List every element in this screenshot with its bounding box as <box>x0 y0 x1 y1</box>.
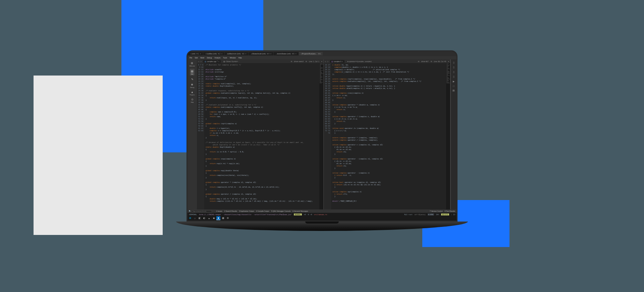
laptop-screen: ~ (zsh) ⌘1 ×~/.dotfiles (zsh) ⌘2 ×.dotfi… <box>186 50 458 222</box>
terminal-tab[interactable]: .dotfiles/nvim (zsh) ⌘3 × <box>225 52 248 55</box>
sidebar-item-tool[interactable]: ✎ <box>191 78 194 81</box>
tab-label: complex.cpp <box>207 60 216 62</box>
close-icon[interactable]: × <box>218 60 219 62</box>
left-code-area[interactable]: 6 7 8 9 10 11 12 13 14 15 16 17 18 19 20… <box>197 63 323 209</box>
menu-debug[interactable]: Debug <box>207 57 212 59</box>
close-icon[interactable]: × <box>200 53 201 55</box>
right-sidebar-item-3[interactable]: ▯ <box>453 76 454 78</box>
right-sidebar-item-1[interactable]: ▯ <box>453 66 454 69</box>
status-size: 4.05K <box>428 213 434 215</box>
cpp-file-icon: ▤ <box>205 60 206 62</box>
sidebar-icon: ❖ <box>191 83 194 86</box>
cursor-pos: Line: 66, Col: 40 <box>434 60 446 62</box>
status-term: term://.//36241:ranger --choosefiles=/tm… <box>199 213 292 215</box>
close-icon[interactable]: × <box>270 53 271 55</box>
right-code-area[interactable]: 16 17 18 19 20 21 22 23 24 25 26 27 28 2… <box>324 63 450 209</box>
taskbar-button-4[interactable]: ● <box>207 216 211 220</box>
file-tab-complex-cpp[interactable]: ▤ complex.cpp * × <box>203 60 221 63</box>
sidebar-icon: ⊙ <box>191 98 194 101</box>
left-editor-pane: ◁ ▷ ▤ complex.cpp * × ▦ <Select Symbol> … <box>197 59 324 209</box>
sidebar-item-debug[interactable]: ❖Debug <box>190 83 194 88</box>
symbol-dropdown[interactable]: ⊕ operator==(complex, complex) <box>347 60 372 62</box>
right-minimap[interactable] <box>446 63 450 209</box>
menu-edit[interactable]: Edit <box>195 57 198 59</box>
left-minimap[interactable] <box>319 63 323 209</box>
output-tab[interactable]: 3 Application Output <box>239 210 254 212</box>
decorative-white-square <box>34 76 163 235</box>
close-icon[interactable]: × <box>245 53 246 55</box>
sidebar-icon: ✎ <box>191 78 194 81</box>
taskbar-button-8[interactable]: ⚙ <box>226 216 230 220</box>
sidebar-item-projects[interactable]: ▲Projects <box>190 90 195 96</box>
status-file: src/canvas.rs <box>314 213 402 215</box>
left-editor-tabs: ◁ ▷ ▤ complex.cpp * × ▦ <Select Symbol> … <box>197 59 323 63</box>
taskbar-button-7[interactable]: ▦ <box>221 216 225 220</box>
menu-file[interactable]: File <box>190 57 192 59</box>
taskbar-button-1[interactable]: ○ <box>193 216 197 220</box>
back-icon[interactable]: ◁ <box>325 60 326 62</box>
output-tab[interactable]: 6 General Messages <box>292 210 308 212</box>
close-icon[interactable]: × <box>296 53 297 55</box>
taskbar-button-0[interactable]: ⊞ <box>188 216 192 220</box>
output-tab[interactable]: 8 Test Results <box>445 210 455 212</box>
taskbar-button-3[interactable]: ◐ <box>202 216 206 220</box>
menu-icon[interactable]: ▾ <box>448 60 449 62</box>
file-tab-complex-h[interactable]: ▤ complex.h × <box>330 60 344 63</box>
menu-tools[interactable]: Tools <box>223 57 227 59</box>
right-sidebar-item-2[interactable]: ▯ <box>453 71 454 74</box>
output-tab[interactable]: 1 Issues <box>216 210 222 212</box>
laptop-notch <box>305 222 339 224</box>
split-icon[interactable]: ⊟ <box>418 60 419 62</box>
menu-icon[interactable]: ▾ <box>321 60 322 62</box>
terminal-tab[interactable]: ~ (zsh) ⌘1 × <box>188 52 203 55</box>
status-line: 42/171 <box>441 213 449 215</box>
terminal-tab[interactable]: ~/Projects/Rust/pisc... ⌘6 <box>299 52 323 55</box>
status-left: <ERMINAL <box>189 213 197 215</box>
terminal-tab[interactable]: ...lectricSkates (zsh) ⌘5 × <box>274 52 299 55</box>
back-icon[interactable]: ◁ <box>198 60 199 62</box>
left-code[interactable]: /* Routines for complex arimetic */ #inc… <box>204 63 319 209</box>
symbol-dropdown[interactable]: ▦ <Select Symbol> <box>223 60 238 62</box>
sidebar-item-help[interactable]: ⊙Help <box>191 98 194 103</box>
taskbar-button-6[interactable]: ■ <box>216 216 220 220</box>
locator-input[interactable] <box>192 210 212 212</box>
menu-analyze[interactable]: Analyze <box>215 57 221 59</box>
status-col: : 13 <box>451 213 455 215</box>
right-code[interactable]: { double re, im; complex(double r, doubl… <box>331 63 446 209</box>
output-tab[interactable]: 7 Version Control <box>430 210 442 212</box>
sidebar-item-edit[interactable]: ▤Edit <box>190 69 195 76</box>
right-sidebar-item-6[interactable]: ▤ <box>452 89 455 92</box>
taskbar-button-2[interactable]: ◧ <box>198 216 202 220</box>
right-sidebar-item-0[interactable]: ▯ <box>453 61 454 64</box>
close-icon[interactable]: × <box>342 60 343 62</box>
terminal-tab[interactable]: ~/.dotfiles (zsh) ⌘2 × <box>203 52 224 55</box>
split-icon[interactable]: ⊟ <box>306 60 307 62</box>
terminal-tab[interactable]: ..cSkates/build (zsh) ⌘4 × <box>249 52 273 55</box>
menu-help[interactable]: Help <box>238 57 242 59</box>
forward-icon[interactable]: ▷ <box>327 60 329 62</box>
output-tab[interactable]: 2 Search Results <box>224 210 237 212</box>
taskbar-button-5[interactable]: ◆ <box>212 216 216 220</box>
target-label: driver-lib7 <box>421 60 429 62</box>
terminal-tabs: ~ (zsh) ⌘1 ×~/.dotfiles (zsh) ⌘2 ×.dotfi… <box>187 51 457 56</box>
right-sidebar: ▯▯▯▯▶□▤ <box>450 59 457 209</box>
menu-build[interactable]: Build <box>201 57 204 59</box>
close-icon[interactable]: × <box>221 53 222 55</box>
forward-icon[interactable]: ▷ <box>201 60 202 62</box>
split-icon[interactable]: ⊟ <box>431 60 432 62</box>
right-editor-tabs: ◁ ▷ ▤ complex.h × ⊕ operator==(complex, … <box>324 59 450 63</box>
laptop-base <box>176 222 468 231</box>
right-sidebar-item-5[interactable]: □ <box>453 85 454 87</box>
status-lang: RLS rust <box>405 213 413 215</box>
split-icon[interactable]: ⊟ <box>291 60 292 62</box>
output-tab[interactable]: 5 QML Debugger Console <box>271 210 290 212</box>
output-tab[interactable]: 4 Compile Output <box>256 210 269 212</box>
editor-info: ⊟ driver-lib7 ⊟ Line: 66, Col: 40 ▾ <box>418 60 449 62</box>
menu-window[interactable]: Window <box>230 57 236 59</box>
sidebar-item-welcome[interactable]: ⊞Welcome <box>190 61 195 67</box>
tab-label: complex.h <box>334 60 341 62</box>
bottom-panel: 🔍 1 Issues2 Search Results3 Application … <box>187 209 457 213</box>
right-sidebar-item-4[interactable]: ▶ <box>453 80 454 83</box>
editor-info: ⊟ driver-static3 ⊟ Line: 1, Col: 1 ▾ <box>291 60 322 62</box>
windows-taskbar: ⊞○◧◐●◆■▦⚙ <box>187 216 457 221</box>
